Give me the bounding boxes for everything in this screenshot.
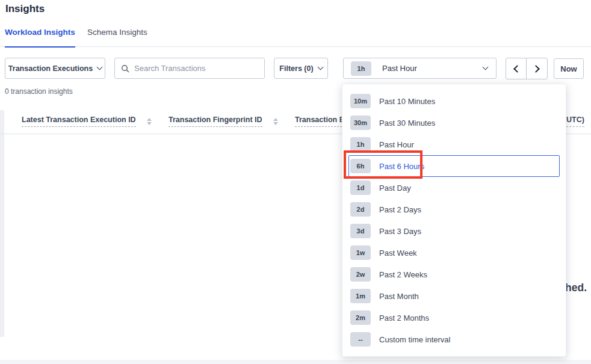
filters-label: Filters (0) <box>279 64 313 73</box>
chevron-right-icon <box>532 65 540 73</box>
time-option-badge: 2w <box>350 267 371 282</box>
page-title: Insights <box>5 3 45 15</box>
chevron-down-icon <box>97 64 103 70</box>
now-label: Now <box>560 64 577 73</box>
time-option-label: Past Day <box>379 184 411 193</box>
time-range-select[interactable]: 1h Past Hour <box>343 58 497 79</box>
time-option-badge: 1d <box>350 180 371 195</box>
chevron-left-icon <box>513 65 521 73</box>
filters-button[interactable]: Filters (0) <box>274 58 328 79</box>
time-option-label: Custom time interval <box>379 335 450 344</box>
time-option-past-day[interactable]: 1d Past Day <box>348 177 560 199</box>
tab-schema-insights[interactable]: Schema Insights <box>87 28 147 46</box>
time-option-label: Past 3 Days <box>379 227 421 236</box>
column-header-label[interactable]: Transaction Fingerprint ID <box>169 116 262 127</box>
time-option-past-week[interactable]: 1w Past Week <box>348 242 560 264</box>
time-option-label: Past Month <box>379 292 419 301</box>
column-header-txn-fingerprint-id: Transaction Fingerprint ID <box>169 116 278 125</box>
page-bottom-edge <box>0 360 591 364</box>
time-option-badge: 1w <box>350 245 371 260</box>
column-header-label[interactable]: Latest Transaction Execution ID <box>22 116 136 127</box>
chevron-down-icon <box>317 64 323 70</box>
time-option-label: Past 10 Minutes <box>379 97 435 106</box>
insights-page: Insights Workload Insights Schema Insigh… <box>0 0 591 364</box>
tab-schema-label: Schema Insights <box>87 28 147 37</box>
search-input[interactable] <box>134 64 258 73</box>
workload-type-select[interactable]: Transaction Executions <box>5 58 105 79</box>
time-nav-arrows <box>506 58 548 79</box>
time-option-label: Past 30 Minutes <box>379 119 435 128</box>
time-option-badge: 10m <box>350 94 371 108</box>
time-option-label: Past 6 Hours <box>379 162 424 171</box>
workload-type-label: Transaction Executions <box>8 64 93 73</box>
chevron-down-icon <box>483 64 489 70</box>
time-option-badge: 1m <box>350 289 371 303</box>
time-range-badge: 1h <box>351 61 371 76</box>
time-option-past-3-days[interactable]: 3d Past 3 Days <box>348 220 560 242</box>
time-option-past-2-weeks[interactable]: 2w Past 2 Weeks <box>348 264 560 285</box>
time-option-badge: 2m <box>350 310 371 325</box>
time-range-dropdown: 10m Past 10 Minutes 30m Past 30 Minutes … <box>342 84 566 357</box>
time-option-badge: -- <box>350 332 371 347</box>
time-option-past-6-hours[interactable]: 6h Past 6 Hours <box>348 155 560 177</box>
time-option-past-2-days[interactable]: 2d Past 2 Days <box>348 199 560 220</box>
search-box[interactable] <box>114 58 265 79</box>
time-option-past-2-months[interactable]: 2m Past 2 Months <box>348 307 560 329</box>
time-option-past-hour[interactable]: 1h Past Hour <box>348 134 560 155</box>
table-left-edge <box>0 110 4 337</box>
insights-count-text: 0 transaction insights <box>5 87 73 96</box>
time-option-badge: 30m <box>350 116 371 130</box>
time-option-badge: 1h <box>350 137 371 152</box>
next-interval-button[interactable] <box>527 58 547 79</box>
time-option-label: Past 2 Months <box>379 313 429 322</box>
column-header-time-utc: UTC) <box>566 116 584 124</box>
time-option-past-10-minutes[interactable]: 10m Past 10 Minutes <box>348 90 560 112</box>
tab-workload-insights[interactable]: Workload Insights <box>5 28 75 46</box>
time-option-label: Past 2 Weeks <box>379 270 427 279</box>
column-header-latest-txn-execution-id: Latest Transaction Execution ID <box>22 116 152 125</box>
time-option-badge: 2d <box>350 202 371 217</box>
search-icon <box>121 64 129 73</box>
tab-bar: Workload Insights Schema Insights <box>0 28 591 47</box>
now-button[interactable]: Now <box>554 58 584 79</box>
active-tab-underline <box>5 46 75 48</box>
tab-workload-label: Workload Insights <box>5 28 75 37</box>
time-option-label: Past Week <box>379 248 417 258</box>
sort-icon[interactable] <box>147 118 152 125</box>
time-option-label: Past 2 Days <box>379 205 421 214</box>
time-option-custom-interval[interactable]: -- Custom time interval <box>348 329 560 350</box>
time-range-label: Past Hour <box>382 64 417 73</box>
previous-interval-button[interactable] <box>506 58 527 79</box>
time-option-badge: 6h <box>350 159 371 173</box>
column-header-label[interactable]: UTC) <box>566 116 584 127</box>
sort-icon[interactable] <box>273 118 278 125</box>
time-option-badge: 3d <box>350 224 371 238</box>
time-option-past-30-minutes[interactable]: 30m Past 30 Minutes <box>348 112 560 134</box>
time-option-past-month[interactable]: 1m Past Month <box>348 285 560 307</box>
time-option-label: Past Hour <box>379 140 414 149</box>
